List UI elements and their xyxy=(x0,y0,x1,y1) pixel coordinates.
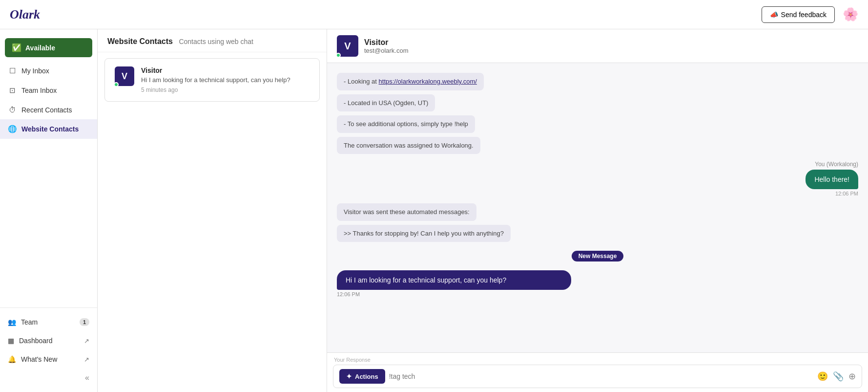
megaphone-icon: 📣 xyxy=(770,11,778,19)
bell-icon: 🔔 xyxy=(8,355,16,363)
clock-icon: ⏱ xyxy=(8,106,17,114)
contact-name: Visitor xyxy=(141,66,310,74)
sidebar-item-website-contacts[interactable]: 🌐 Website Contacts xyxy=(0,119,97,139)
visitor-message-wrap: Hi I am looking for a technical support,… xyxy=(337,270,858,297)
system-message-2: - Located in USA (Ogden, UT) xyxy=(337,94,435,112)
chat-avatar: V xyxy=(337,35,358,57)
check-icon: ✅ xyxy=(12,43,21,52)
whats-new-external-icon: ↗ xyxy=(84,356,89,363)
system-message-4: The conversation was assigned to Workalo… xyxy=(337,137,480,154)
actions-button[interactable]: ✦ Actions xyxy=(339,369,385,384)
send-icon[interactable]: ⊕ xyxy=(848,371,856,382)
sidebar-item-my-inbox[interactable]: ☐ My Inbox xyxy=(0,61,97,81)
agent-bubble: Hello there! xyxy=(806,170,858,189)
main-layout: ✅ Available ☐ My Inbox ⊡ Team Inbox ⏱ Re… xyxy=(0,29,868,392)
sidebar: ✅ Available ☐ My Inbox ⊡ Team Inbox ⏱ Re… xyxy=(0,29,98,392)
sidebar-item-dashboard[interactable]: ▦ Dashboard ↗ xyxy=(0,331,97,350)
globe-icon: 🌐 xyxy=(8,125,17,133)
contact-card[interactable]: V Visitor Hi I am looking for a technica… xyxy=(104,58,320,102)
topbar: Olark 📣 Send feedback 🌸 xyxy=(0,0,868,29)
input-icons: 🙂 📎 ⊕ xyxy=(817,371,856,382)
team-badge: 1 xyxy=(80,318,89,326)
contact-list-panel: Website Contacts Contacts using web chat… xyxy=(98,29,327,392)
contact-list-subtitle: Contacts using web chat xyxy=(179,38,253,45)
collapse-sidebar-button[interactable]: « xyxy=(0,369,97,387)
contact-info: Visitor Hi I am looking for a technical … xyxy=(141,66,310,93)
visitor-msg-time: 12:06 PM xyxy=(337,291,858,297)
chat-visitor-name: Visitor xyxy=(364,38,409,47)
sidebar-label-website-contacts: Website Contacts xyxy=(21,125,79,133)
input-label: Your Response xyxy=(334,357,862,363)
team-label: Team xyxy=(21,318,38,326)
send-feedback-button[interactable]: 📣 Send feedback xyxy=(762,6,835,23)
chat-visitor-email: test@olark.com xyxy=(364,47,409,54)
sidebar-item-team[interactable]: 👥 Team 1 xyxy=(0,313,97,331)
contact-list-title: Website Contacts xyxy=(107,37,173,45)
topbar-right: 📣 Send feedback 🌸 xyxy=(762,6,858,23)
inbox-icon: ☐ xyxy=(8,66,17,75)
chat-header: V Visitor test@olark.com xyxy=(327,29,868,63)
dashboard-label: Dashboard xyxy=(19,337,53,345)
sidebar-label-my-inbox: My Inbox xyxy=(21,67,49,75)
team-icon: 👥 xyxy=(8,318,16,326)
external-link-icon: ↗ xyxy=(84,337,89,345)
system-message-3: - To see additional options, simply type… xyxy=(337,115,475,133)
available-label: Available xyxy=(25,44,55,52)
system-message-1: - Looking at https://olarkworkalong.weeb… xyxy=(337,73,484,90)
website-link[interactable]: https://olarkworkalong.weebly.com/ xyxy=(379,78,477,85)
chat-online-indicator xyxy=(336,53,341,58)
visitor-bubble: Hi I am looking for a technical support,… xyxy=(337,270,571,290)
avatar: V xyxy=(115,66,134,86)
actions-label: Actions xyxy=(355,373,378,380)
emoji-icon[interactable]: 🙂 xyxy=(817,371,828,382)
contact-list-header: Website Contacts Contacts using web chat xyxy=(98,29,327,52)
agent-label: You (Workalong) xyxy=(815,161,858,168)
input-row: ✦ Actions 🙂 📎 ⊕ xyxy=(333,365,862,388)
automated-message-1: Visitor was sent these automated message… xyxy=(337,203,476,221)
new-message-divider: New Message xyxy=(337,251,858,261)
online-indicator xyxy=(114,82,119,87)
sidebar-top: ✅ Available ☐ My Inbox ⊡ Team Inbox ⏱ Re… xyxy=(0,29,97,307)
chat-input-area: Your Response ✦ Actions 🙂 📎 ⊕ xyxy=(327,352,868,392)
dashboard-icon: ▦ xyxy=(8,337,14,345)
sidebar-label-team-inbox: Team Inbox xyxy=(21,87,57,94)
agent-message-wrap: You (Workalong) Hello there! 12:06 PM xyxy=(337,161,858,196)
sidebar-bottom: 👥 Team 1 ▦ Dashboard ↗ 🔔 What's New ↗ xyxy=(0,307,97,392)
sidebar-label-recent-contacts: Recent Contacts xyxy=(21,106,72,114)
agent-msg-time: 12:06 PM xyxy=(835,191,858,196)
chat-panel: V Visitor test@olark.com - Looking at ht… xyxy=(327,29,868,392)
sidebar-item-recent-contacts[interactable]: ⏱ Recent Contacts xyxy=(0,100,97,119)
whats-new-label: What's New xyxy=(21,355,57,363)
sidebar-item-team-inbox[interactable]: ⊡ Team Inbox xyxy=(0,81,97,100)
logo: Olark xyxy=(10,7,40,22)
team-inbox-icon: ⊡ xyxy=(8,86,17,95)
automated-message-2: >> Thanks for stopping by! Can I help yo… xyxy=(337,225,511,242)
flower-icon: 🌸 xyxy=(843,7,858,22)
chat-messages: - Looking at https://olarkworkalong.weeb… xyxy=(327,63,868,352)
attachment-icon[interactable]: 📎 xyxy=(833,371,844,382)
available-button[interactable]: ✅ Available xyxy=(5,38,92,57)
wand-icon: ✦ xyxy=(346,372,352,380)
chat-header-info: Visitor test@olark.com xyxy=(364,38,409,54)
sidebar-item-whats-new[interactable]: 🔔 What's New ↗ xyxy=(0,350,97,369)
contact-time: 5 minutes ago xyxy=(141,87,310,93)
response-input[interactable] xyxy=(389,372,813,380)
contact-message: Hi I am looking for a technical support,… xyxy=(141,76,310,85)
